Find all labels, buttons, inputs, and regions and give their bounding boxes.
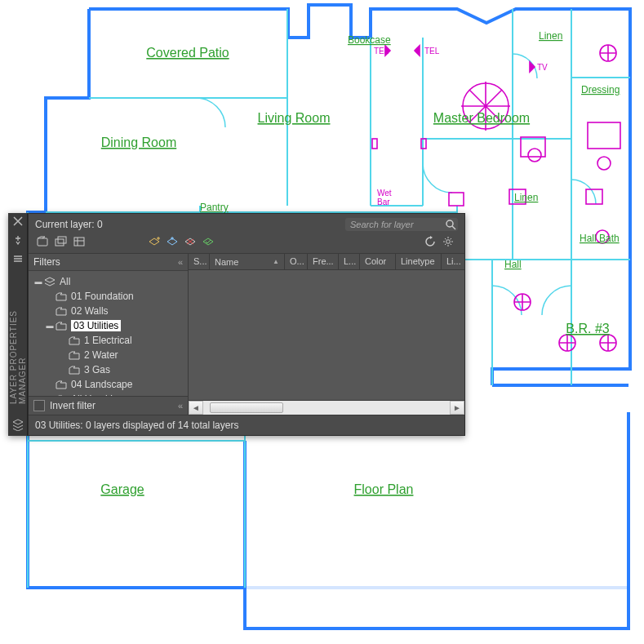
label-pantry: Pantry (200, 202, 229, 213)
tree-04-landscape[interactable]: 04 Landscape (30, 377, 186, 392)
new-property-filter-button[interactable] (35, 233, 51, 250)
svg-point-6 (597, 157, 611, 170)
label-bookcase: Bookcase (348, 34, 391, 46)
label-wet-bar-b: Bar (377, 198, 390, 207)
label-floor-plan: Floor Plan (354, 482, 414, 496)
svg-rect-17 (56, 239, 64, 246)
col-lineweight[interactable]: Li... (442, 254, 464, 269)
scroll-thumb[interactable] (210, 402, 283, 413)
label-tel1: TEL (374, 47, 389, 56)
label-linen1: Linen (539, 30, 562, 42)
new-group-filter-button[interactable] (53, 233, 69, 250)
collapse-invert-icon[interactable]: « (178, 401, 183, 411)
search-wrap (345, 218, 458, 231)
label-tel2: TEL (424, 47, 440, 56)
invert-filter-label: Invert filter (50, 400, 95, 411)
col-lock[interactable]: L... (339, 254, 360, 269)
layer-states-button[interactable] (71, 233, 87, 250)
folder-icon (55, 320, 68, 331)
label-covered-patio: Covered Patio (146, 46, 229, 60)
svg-point-5 (528, 149, 541, 162)
search-input[interactable] (347, 218, 445, 231)
filters-tree: ▬All 01 Foundation 02 Walls ▬03 Utilitie… (29, 271, 188, 396)
tree-root[interactable]: ▬All (30, 274, 186, 289)
col-freeze[interactable]: Fre... (308, 254, 339, 269)
layers-stack-icon[interactable] (11, 417, 25, 431)
current-layer-text: Current layer: 0 (35, 219, 103, 230)
filters-heading: Filters (33, 256, 60, 268)
panel-title: LAYER PROPERTIES MANAGER (9, 270, 27, 404)
pin-icon[interactable] (11, 233, 25, 247)
scroll-right-icon[interactable]: ► (450, 401, 464, 415)
svg-rect-10 (449, 193, 464, 206)
collapse-filters-icon[interactable]: « (178, 257, 183, 267)
tree-01-foundation[interactable]: 01 Foundation (30, 289, 186, 304)
invert-filter-checkbox[interactable] (33, 400, 45, 411)
label-living-room: Living Room (258, 111, 331, 125)
delete-layer-button[interactable] (182, 233, 198, 250)
col-color[interactable]: Color (360, 254, 396, 269)
svg-rect-19 (74, 238, 84, 246)
col-status[interactable]: S... (189, 254, 210, 269)
new-layer-frozen-button[interactable] (164, 233, 180, 250)
label-hall: Hall (504, 259, 522, 270)
panel-side-tab: LAYER PROPERTIES MANAGER (8, 213, 28, 436)
scroll-left-icon[interactable]: ◄ (189, 401, 203, 415)
folder-icon (55, 305, 68, 317)
tree-1-electrical[interactable]: 1 Electrical (30, 333, 186, 348)
folder-icon (68, 335, 81, 346)
folder-icon (55, 379, 68, 390)
label-wet-bar: Wet (377, 189, 392, 198)
label-br3: B.R. #3 (566, 322, 609, 335)
layers-icon (43, 276, 56, 287)
panel-status-bar: 03 Utilities: 0 layers displayed of 14 t… (29, 415, 464, 435)
label-hall-bath: Hall Bath (580, 233, 620, 244)
col-linetype[interactable]: Linetype (396, 254, 442, 269)
tree-2-water[interactable]: 2 Water (30, 348, 186, 362)
svg-rect-18 (58, 237, 66, 243)
svg-point-20 (446, 240, 451, 244)
set-current-layer-button[interactable] (200, 233, 216, 250)
layer-properties-panel: LAYER PROPERTIES MANAGER Current layer: … (8, 213, 465, 436)
layer-list-header: S... Name▲ O... Fre... L... Color Linety… (189, 254, 464, 270)
tree-3-gas[interactable]: 3 Gas (30, 362, 186, 377)
settings-button[interactable] (440, 233, 456, 250)
folder-icon (55, 291, 68, 302)
folder-icon (68, 349, 81, 361)
panel-menu-icon[interactable] (11, 251, 25, 265)
svg-rect-13 (588, 122, 620, 149)
label-garage: Garage (100, 482, 144, 496)
search-icon[interactable] (445, 219, 456, 230)
tree-02-walls[interactable]: 02 Walls (30, 304, 186, 318)
layer-list-body[interactable] (189, 270, 464, 400)
svg-rect-16 (38, 238, 47, 246)
new-layer-button[interactable] (146, 233, 162, 250)
sort-asc-icon: ▲ (273, 258, 279, 265)
col-name[interactable]: Name▲ (210, 254, 285, 269)
svg-rect-8 (372, 139, 377, 149)
label-tv: TV (537, 63, 548, 72)
label-master-bedroom: Master Bedroom (433, 111, 530, 125)
horizontal-scrollbar[interactable]: ◄ ► (189, 400, 464, 415)
col-on[interactable]: O... (285, 254, 308, 269)
folder-icon (68, 364, 81, 375)
svg-point-15 (446, 220, 453, 227)
refresh-button[interactable] (422, 233, 438, 250)
label-linen2: Linen (514, 192, 538, 203)
label-dining-room: Dining Room (101, 135, 176, 149)
tree-03-utilities[interactable]: ▬03 Utilities (30, 318, 186, 333)
label-dressing: Dressing (581, 84, 620, 95)
close-icon[interactable] (11, 215, 25, 229)
